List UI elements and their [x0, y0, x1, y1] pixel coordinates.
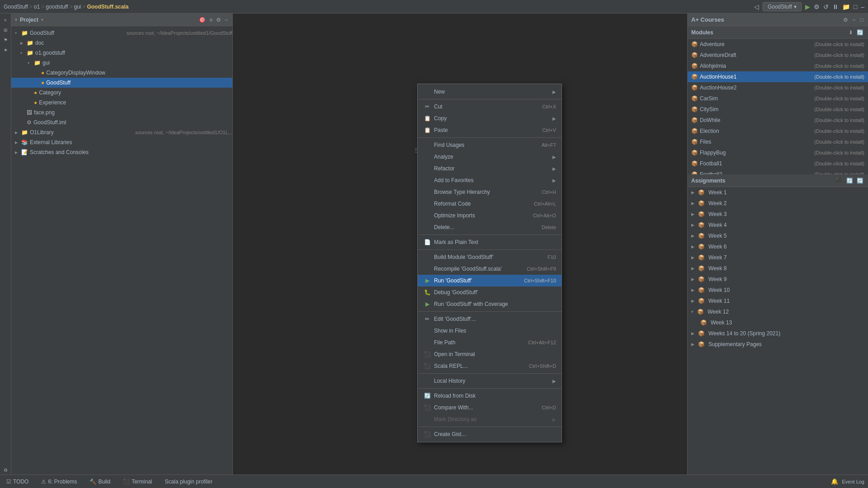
breadcrumb-part-4[interactable]: gui	[74, 4, 81, 10]
breadcrumb-part-1[interactable]: GoodStuff	[4, 4, 28, 10]
week-item-2[interactable]: ▶ 📦 Week 2	[688, 198, 868, 209]
side-icon-3[interactable]: ⚑	[1, 35, 10, 44]
module-item-auctionhouse2[interactable]: 📦 AuctionHouse2 (Double-click to install…	[688, 82, 868, 93]
event-log-label[interactable]: Event Log	[842, 479, 864, 484]
module-item-auctionhouse1[interactable]: 📦 AuctionHouse1 (Double-click to install…	[688, 71, 868, 82]
menu-item-paste[interactable]: 📋 Paste Ctrl+V	[418, 124, 561, 136]
module-item-election[interactable]: 📦 Election (Double-click to install)	[688, 126, 868, 136]
tree-item-external-libraries[interactable]: ▶ 📚 External Libraries	[11, 137, 232, 147]
menu-item-run-coverage[interactable]: ▶ Run 'GoodStuff' with Coverage	[418, 298, 561, 310]
build-icon[interactable]: ⚙	[814, 3, 820, 10]
menu-item-scala-repl[interactable]: ⬛ Scala REPL... Ctrl+Shift+D	[418, 360, 561, 372]
tree-item-doc[interactable]: ▶ 📁 doc	[11, 38, 232, 48]
menu-item-reload-from-disk[interactable]: 🔄 Reload from Disk	[418, 390, 561, 402]
week-item-1[interactable]: ▶ 📦 Week 1	[688, 187, 868, 198]
side-icon-5[interactable]: ♻	[1, 465, 10, 474]
side-icon-1[interactable]: ≡	[1, 15, 10, 24]
tree-item-o1goodstuff[interactable]: ▾ 📁 o1.goodstuff	[11, 48, 232, 58]
menu-item-browse-hierarchy[interactable]: Browse Type Hierarchy Ctrl+H	[418, 186, 561, 198]
assignments-sync-icon[interactable]: 🔄	[856, 177, 864, 185]
week-item-3[interactable]: ▶ 📦 Week 3	[688, 209, 868, 220]
week-item-5[interactable]: ▶ 📦 Week 5	[688, 230, 868, 241]
maximize-icon[interactable]: □	[854, 3, 857, 10]
menu-item-compare-with[interactable]: ⬛ Compare With... Ctrl+D	[418, 402, 561, 413]
tree-item-face-png[interactable]: 🖼 face.png	[11, 108, 232, 117]
breadcrumb-part-3[interactable]: goodstuff	[46, 4, 68, 10]
menu-item-open-terminal[interactable]: ⬛ Open in Terminal	[418, 348, 561, 360]
menu-item-run-goodstuff[interactable]: ▶ Run 'GoodStuff' Ctrl+Shift+F10	[418, 275, 561, 286]
menu-item-reformat[interactable]: Reformat Code Ctrl+Alt+L	[418, 198, 561, 210]
side-icon-2[interactable]: ⊞	[1, 25, 10, 34]
menu-item-cut[interactable]: ✂ Cut Ctrl+X	[418, 101, 561, 113]
week-item-8[interactable]: ▶ 📦 Week 8	[688, 263, 868, 274]
week-item-12[interactable]: ▾ 📦 Week 12	[688, 306, 868, 317]
breadcrumb-part-2[interactable]: o1	[34, 4, 40, 10]
tree-item-category[interactable]: ● Category	[11, 88, 232, 98]
courses-maximize-icon[interactable]: □	[859, 16, 864, 24]
week-item-6[interactable]: ▶ 📦 Week 6	[688, 241, 868, 252]
menu-item-optimize-imports[interactable]: Optimize Imports Ctrl+Alt+O	[418, 210, 561, 221]
collapse-icon[interactable]: ≡	[208, 16, 213, 24]
run-config-button[interactable]: GoodStuff ▾	[763, 2, 802, 11]
bottom-tab-scala-profiler[interactable]: Scala plugin profiler	[162, 478, 215, 486]
week-item-4[interactable]: ▶ 📦 Week 4	[688, 220, 868, 230]
refresh-icon[interactable]: 🔄	[856, 28, 864, 37]
bottom-tab-problems[interactable]: ⚠ 6: Problems	[38, 478, 80, 486]
stop-icon[interactable]: ⏸	[832, 3, 839, 10]
week-item-supplementary[interactable]: ▶ 📦 Supplementary Pages	[688, 339, 868, 350]
week-item-14to20[interactable]: ▶ 📦 Weeks 14 to 20 (Spring 2021)	[688, 328, 868, 339]
install-icon[interactable]: ⬇	[848, 28, 854, 37]
menu-item-delete[interactable]: Delete... Delete	[418, 221, 561, 233]
courses-minimize-icon[interactable]: –	[852, 16, 857, 24]
module-item-flappybug[interactable]: 📦 FlappyBug (Double-click to install)	[688, 147, 868, 158]
menu-item-build-module[interactable]: Build Module 'GoodStuff' F10	[418, 251, 561, 263]
tree-item-categorydisplaywindow[interactable]: ● CategoryDisplayWindow	[11, 68, 232, 78]
menu-item-local-history[interactable]: Local History ▶	[418, 375, 561, 387]
tree-item-experience[interactable]: ● Experience	[11, 98, 232, 108]
run-icon[interactable]: ▶	[805, 3, 810, 10]
minimize-icon[interactable]: –	[861, 3, 864, 10]
menu-item-debug-goodstuff[interactable]: 🐛 Debug 'GoodStuff'	[418, 286, 561, 298]
bottom-tab-terminal[interactable]: ⬛ Terminal	[120, 478, 155, 486]
menu-item-create-gist[interactable]: ⬛ Create Gist...	[418, 428, 561, 440]
week-item-10[interactable]: ▶ 📦 Week 10	[688, 285, 868, 296]
bottom-tab-build[interactable]: 🔨 Build	[87, 478, 113, 486]
module-item-football1[interactable]: 📦 Football1 (Double-click to install)	[688, 158, 868, 169]
module-item-carsim[interactable]: 📦 CarSim (Double-click to install)	[688, 93, 868, 104]
menu-item-file-path[interactable]: File Path Ctrl+Alt+F12	[418, 337, 561, 348]
menu-item-add-favorites[interactable]: Add to Favorites ▶	[418, 174, 561, 186]
module-item-files[interactable]: 📦 Files (Double-click to install)	[688, 136, 868, 147]
coverage-icon[interactable]: ↺	[823, 3, 829, 10]
settings-icon[interactable]: ⚙	[215, 16, 222, 24]
menu-item-analyze[interactable]: Analyze ▶	[418, 151, 561, 163]
locate-icon[interactable]: 🎯	[198, 16, 207, 24]
module-item-football2[interactable]: 📦 Football2 (Double-click to install)	[688, 169, 868, 174]
module-item-dowhile[interactable]: 📦 DoWhile (Double-click to install)	[688, 115, 868, 126]
tree-item-o1library[interactable]: ▶ 📁 O1Library sources root, ~/IdeaProjec…	[11, 127, 232, 137]
week-item-13[interactable]: 📦 Week 13	[688, 317, 868, 328]
back-icon[interactable]: ◁	[754, 3, 759, 10]
assignments-refresh-icon[interactable]: 🔄	[845, 177, 854, 185]
module-item-aliohjelmia[interactable]: 📦 Aliohjelmia (Double-click to install)	[688, 61, 868, 71]
week-item-9[interactable]: ▶ 📦 Week 9	[688, 274, 868, 285]
menu-item-recompile[interactable]: Recompile 'GoodStuff.scala' Ctrl+Shift+F…	[418, 263, 561, 275]
menu-item-edit-goodstuff[interactable]: ✏ Edit 'GoodStuff'...	[418, 313, 561, 325]
module-item-citysim[interactable]: 📦 CitySim (Double-click to install)	[688, 104, 868, 115]
panel-dropdown-icon[interactable]: ▾	[41, 17, 43, 22]
menu-item-find-usages[interactable]: Find Usages Alt+F7	[418, 139, 561, 151]
tree-item-gui[interactable]: ▾ 📁 gui	[11, 58, 232, 68]
menu-item-refactor[interactable]: Refactor ▶	[418, 163, 561, 174]
menu-item-show-in-files[interactable]: Show in Files	[418, 325, 561, 337]
week-item-11[interactable]: ▶ 📦 Week 11	[688, 296, 868, 306]
structure-icon[interactable]: 📁	[842, 3, 850, 10]
module-item-adventure[interactable]: 📦 Adventure (Double-click to install)	[688, 39, 868, 50]
assignments-filter-icon[interactable]: ⬛	[835, 177, 844, 185]
tree-item-goodstuff-root[interactable]: ▾ 📁 GoodStuff sources root, ~/IdeaProjec…	[11, 28, 232, 38]
side-icon-4[interactable]: ★	[1, 45, 10, 54]
panel-minimize-icon[interactable]: –	[224, 16, 229, 24]
menu-item-copy[interactable]: 📋 Copy ▶	[418, 113, 561, 124]
tree-item-goodstuff-iml[interactable]: ⚙ GoodStuff.iml	[11, 117, 232, 127]
tree-item-scratches[interactable]: ▶ 📝 Scratches and Consoles	[11, 147, 232, 157]
bottom-tab-todo[interactable]: ☑ TODO	[4, 478, 31, 486]
courses-settings-icon[interactable]: ⚙	[842, 16, 849, 24]
